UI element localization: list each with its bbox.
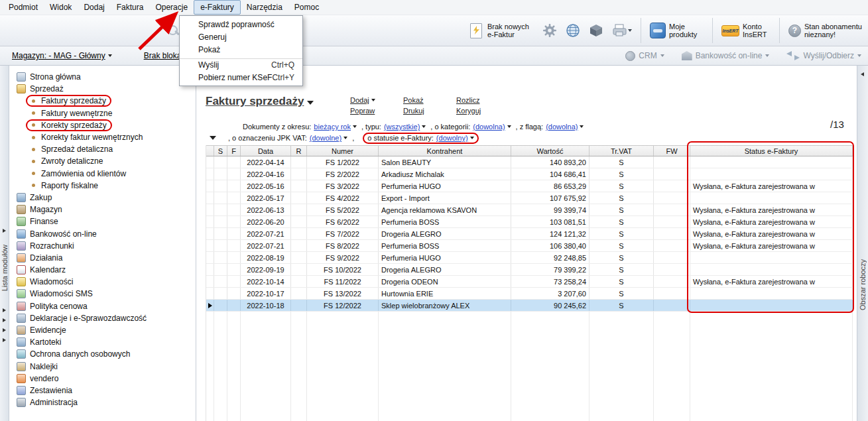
menubar-item[interactable]: Podmiot [3, 0, 44, 15]
collapse-chevron-icon[interactable] [3, 318, 6, 322]
sidebar-item[interactable]: Faktury sprzedaży [10, 95, 196, 107]
menu-item[interactable]: Pobierz numer KSeF Ctrl+Y [180, 71, 302, 84]
menubar-item[interactable]: Pomoc [288, 0, 325, 15]
sidebar-item[interactable]: Wiadomości [10, 276, 196, 288]
gear-icon[interactable] [542, 23, 557, 38]
view-title-caret-icon[interactable] [307, 101, 314, 105]
stan-abonamentu-button[interactable]: ? Stan abonamentu nieznany! [788, 23, 863, 38]
moje-produkty-button[interactable]: Moje produkty [650, 23, 704, 38]
sidebar-item[interactable]: vendero [10, 373, 196, 385]
filter-value-link[interactable]: (dowolna) [473, 123, 511, 131]
table-row[interactable]: 2022-05-17 FS 4/2022 Export - Import 107… [206, 192, 853, 204]
column-header[interactable]: Tr.VAT [589, 146, 654, 156]
filter-value-link[interactable]: (dowolne) [310, 134, 347, 142]
menubar-item[interactable]: Operacje [149, 0, 194, 15]
menubar-item[interactable]: e-Faktury [194, 0, 241, 15]
table-row[interactable]: 2022-10-17 FS 13/2022 Hurtownia ERIE 3 2… [206, 288, 853, 300]
column-header[interactable]: Wartość [511, 146, 589, 156]
action-link[interactable]: Popraw [350, 105, 403, 116]
sidebar-item[interactable]: Kartoteki [10, 336, 196, 348]
column-header[interactable]: Kontrahent [379, 146, 511, 156]
sidebar-item[interactable]: Kalendarz [10, 264, 196, 276]
table-row[interactable]: 2022-06-20 FS 6/2022 Perfumeria BOSS 103… [206, 216, 853, 228]
collapse-chevron-icon[interactable] [3, 338, 6, 342]
efaktury-status-button[interactable]: Brak nowych e-Faktur [468, 23, 534, 38]
view-title[interactable]: Faktury sprzedaży [206, 95, 304, 108]
action-link[interactable]: Pokaż [403, 95, 456, 105]
column-header[interactable]: F [227, 146, 241, 156]
table-row[interactable]: 2022-04-16 FS 2/2022 Arkadiusz Michalak … [206, 168, 853, 180]
table-row[interactable]: 2022-05-16 FS 3/2022 Perfumeria HUGO 86 … [206, 180, 853, 192]
sidebar-item[interactable]: Korekty faktur wewnętrznych [10, 131, 196, 143]
sidebar-item[interactable]: Raporty fiskalne [10, 180, 196, 192]
filter-value-link[interactable]: bieżący rok [314, 123, 357, 131]
menu-item[interactable]: Wyślij Ctrl+Q [180, 58, 302, 71]
table-row[interactable]: 2022-10-18 FS 12/2022 Sklep wielobranżow… [206, 300, 853, 312]
sidebar-item[interactable]: Zwroty detaliczne [10, 155, 196, 167]
menubar-item[interactable]: Widok [44, 0, 78, 15]
column-header[interactable]: Data [241, 146, 291, 156]
sidebar-item[interactable]: Sprzedaż detaliczna [10, 143, 196, 155]
collapse-chevron-icon[interactable] [3, 328, 6, 332]
sidebar-item[interactable]: Faktury wewnętrzne [10, 107, 196, 119]
column-header[interactable]: Numer [307, 146, 379, 156]
sidebar-item[interactable]: Bankowość on-line [10, 227, 196, 239]
filter-value-link[interactable]: (dowolna) [546, 123, 584, 131]
sidebar-item[interactable]: Rozrachunki [10, 240, 196, 252]
menu-item[interactable]: Sprawdź poprawność [180, 18, 302, 30]
konto-insert-button[interactable]: InsERT Konto InsERT [721, 23, 771, 38]
blokady-link[interactable]: Brak bloka [144, 51, 182, 60]
sidebar-item[interactable]: Ochrona danych osobowych [10, 348, 196, 360]
table-row[interactable]: 2022-08-19 FS 9/2022 Perfumeria HUGO 92 … [206, 252, 853, 264]
sidebar-item[interactable]: Deklaracje i e-Sprawozdawczość [10, 312, 196, 324]
bankowosc-button[interactable]: Bankowość on-line [682, 51, 770, 60]
table-row[interactable]: 2022-07-21 FS 7/2022 Drogeria ALEGRO 124… [206, 228, 853, 240]
wyslij-odbierz-button[interactable]: Wyślij/Odbierz [786, 50, 861, 61]
sidebar-item[interactable]: Polityka cenowa [10, 300, 196, 312]
filter-value-link[interactable]: (wszystkie) [384, 123, 426, 131]
sidebar-item[interactable]: Korekty sprzedaży [10, 119, 196, 131]
globe-icon[interactable] [566, 23, 580, 38]
sidebar-item[interactable]: Sprzedaż [10, 83, 196, 95]
table-row[interactable]: 2022-04-14 FS 1/2022 Salon BEAUTY 140 89… [206, 156, 853, 168]
collapse-chevron-icon[interactable] [3, 308, 6, 312]
cell-f [227, 216, 241, 227]
menubar-item[interactable]: Narzędzia [241, 0, 288, 15]
table-row[interactable]: 2022-09-19 FS 10/2022 Drogeria ALEGRO 79… [206, 264, 853, 276]
action-link[interactable]: Drukuj [403, 105, 456, 116]
sidebar-item[interactable]: Zakup [10, 192, 196, 204]
action-link[interactable]: Koryguj [456, 105, 509, 116]
action-link[interactable]: Dodaj [350, 95, 403, 105]
filter-value-link[interactable]: (dowolny) [436, 134, 474, 142]
table-row[interactable]: 2022-07-21 FS 8/2022 Perfumeria BOSS 106… [206, 240, 853, 252]
sidebar-item[interactable]: Wiadomości SMS [10, 288, 196, 300]
menubar-item[interactable]: Dodaj [78, 0, 110, 15]
table-row[interactable]: 2022-06-13 FS 5/2022 Agencja reklamowa K… [206, 204, 853, 216]
sidebar-item[interactable]: Ewidencje [10, 324, 196, 336]
menu-item[interactable]: Generuj [180, 30, 302, 43]
sidebar-item[interactable]: Działania [10, 252, 196, 264]
sidebar-item[interactable]: Finanse [10, 215, 196, 227]
collapse-chevron-icon[interactable] [3, 229, 6, 233]
menubar-item[interactable]: Faktura [111, 0, 150, 15]
crm-button[interactable]: CRM [625, 51, 664, 61]
column-header[interactable]: Status e-Faktury [690, 146, 853, 156]
filter-collapse-icon[interactable] [210, 136, 216, 140]
sidebar-item[interactable]: Zestawienia [10, 385, 196, 396]
action-link[interactable]: Rozlicz [456, 95, 509, 105]
table-row[interactable]: 2022-10-14 FS 11/2022 Drogeria ODEON 73 … [206, 276, 853, 288]
sidebar-item[interactable]: Magazyn [10, 204, 196, 215]
sidebar-item[interactable]: Strona główna [10, 71, 196, 83]
sidebar-item[interactable]: Zamówienia od klientów [10, 168, 196, 180]
sidebar-item[interactable]: Naklejki [10, 361, 196, 373]
fax-button[interactable] [612, 23, 632, 38]
sidebar-item[interactable]: Administracja [10, 396, 196, 408]
cube-icon[interactable] [589, 23, 603, 38]
menu-item[interactable]: Pokaż [180, 43, 302, 56]
collapse-chevron-icon[interactable] [861, 72, 864, 76]
magazyn-selector[interactable]: Magazyn: - MAG - Główny [12, 51, 112, 60]
column-header[interactable]: FW [654, 146, 690, 156]
column-header[interactable]: R [291, 146, 307, 156]
column-header[interactable]: S [214, 146, 227, 156]
cell-wartosc: 90 245,62 [511, 300, 589, 311]
